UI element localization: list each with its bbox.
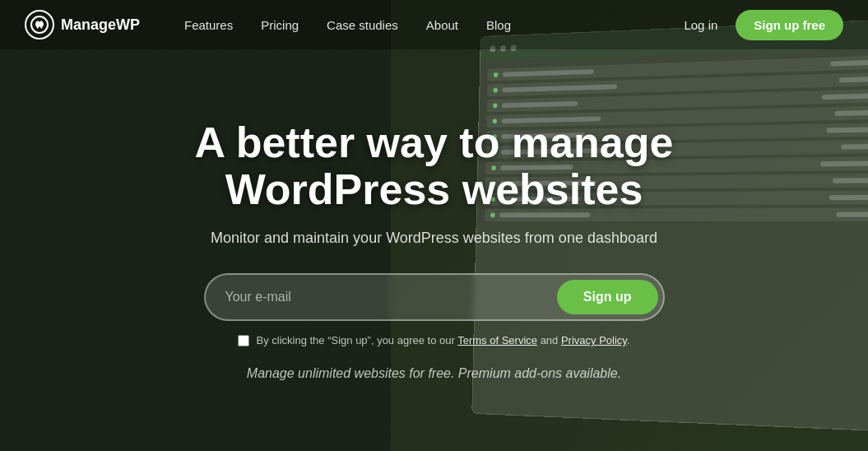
terms-checkbox[interactable]: [238, 335, 249, 346]
logo-link[interactable]: ManageWP: [25, 10, 140, 40]
hero-subtitle: Monitor and maintain your WordPress webs…: [211, 230, 657, 247]
logo-icon: [25, 10, 54, 40]
email-input[interactable]: [225, 283, 557, 311]
terms-of-service-link[interactable]: Terms of Service: [457, 334, 537, 346]
hero-title: A better way to manage WordPress website…: [122, 119, 747, 213]
nav-blog[interactable]: Blog: [475, 12, 522, 39]
nav-features[interactable]: Features: [173, 12, 244, 39]
terms-row: By clicking the “Sign up”, you agree to …: [238, 334, 629, 346]
form-signup-button[interactable]: Sign up: [557, 280, 658, 314]
hero-section: A better way to manage WordPress website…: [0, 49, 868, 451]
hero-footnote: Manage unlimited websites for free. Prem…: [247, 366, 621, 381]
nav-about[interactable]: About: [415, 12, 470, 39]
nav-signup-button[interactable]: Sign up free: [736, 10, 843, 40]
navbar: ManageWP Features Pricing Case studies A…: [0, 0, 868, 49]
terms-text: By clicking the “Sign up”, you agree to …: [256, 334, 629, 346]
nav-pricing[interactable]: Pricing: [249, 12, 310, 39]
brand-name: ManageWP: [61, 16, 140, 34]
nav-actions: Log in Sign up free: [672, 10, 843, 40]
login-button[interactable]: Log in: [672, 12, 729, 39]
nav-case-studies[interactable]: Case studies: [315, 12, 410, 39]
signup-form: Sign up: [204, 273, 665, 321]
privacy-policy-link[interactable]: Privacy Policy: [561, 334, 627, 346]
nav-links: Features Pricing Case studies About Blog: [173, 12, 672, 39]
